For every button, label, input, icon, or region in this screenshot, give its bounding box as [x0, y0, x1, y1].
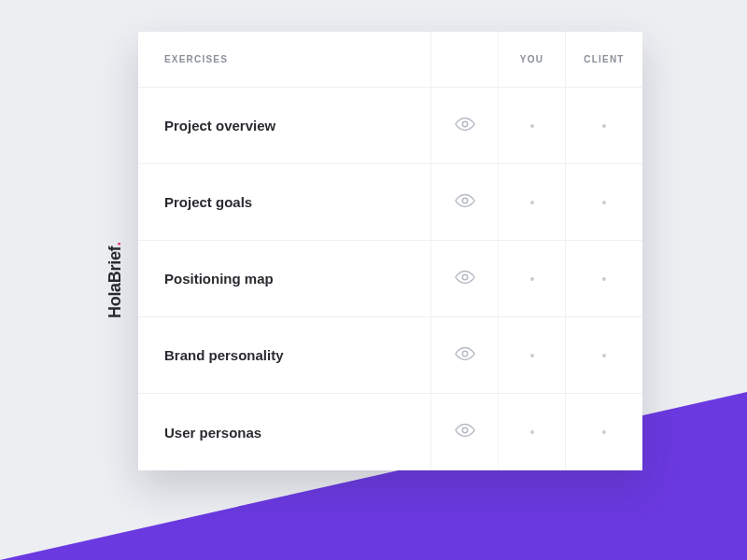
status-dot [530, 354, 534, 357]
eye-icon [455, 190, 475, 215]
table-row[interactable]: User personas [138, 394, 642, 470]
header-visibility [431, 32, 499, 87]
exercise-name: Positioning map [138, 241, 431, 316]
client-status[interactable] [566, 394, 642, 470]
you-status[interactable] [499, 88, 566, 163]
eye-icon [455, 420, 475, 444]
client-status[interactable] [566, 317, 642, 393]
visibility-toggle[interactable] [431, 164, 499, 240]
exercise-name: Brand personality [138, 317, 431, 393]
table-row[interactable]: Positioning map [138, 241, 642, 317]
logo-dot: . [106, 242, 124, 246]
visibility-toggle[interactable] [431, 88, 499, 163]
visibility-toggle[interactable] [431, 241, 499, 316]
svg-point-1 [462, 198, 468, 203]
status-dot [602, 277, 606, 281]
status-dot [602, 354, 606, 357]
status-dot [530, 124, 534, 128]
eye-icon [455, 114, 475, 138]
you-status[interactable] [499, 241, 566, 316]
visibility-toggle[interactable] [431, 394, 499, 470]
exercise-name: User personas [138, 394, 431, 470]
status-dot [602, 430, 606, 434]
you-status[interactable] [499, 164, 566, 240]
table-row[interactable]: Brand personality [138, 317, 642, 394]
status-dot [530, 430, 534, 434]
table-row[interactable]: Project goals [138, 164, 642, 241]
table-row[interactable]: Project overview [138, 88, 642, 164]
client-status[interactable] [566, 164, 642, 240]
visibility-toggle[interactable] [431, 317, 499, 393]
status-dot [530, 201, 534, 204]
client-status[interactable] [566, 241, 642, 316]
exercises-table: EXERCISES YOU CLIENT Project overview Pr… [138, 32, 642, 470]
logo-text: HolaBrief [106, 246, 124, 318]
client-status[interactable] [566, 88, 642, 163]
svg-point-2 [462, 274, 468, 280]
header-exercises: EXERCISES [138, 32, 431, 87]
status-dot [530, 277, 534, 281]
header-client: CLIENT [566, 32, 642, 87]
exercise-name: Project overview [138, 88, 431, 163]
eye-icon [455, 267, 475, 291]
svg-point-3 [462, 351, 468, 357]
svg-point-0 [462, 121, 468, 127]
status-dot [602, 124, 606, 128]
svg-point-4 [462, 427, 468, 433]
status-dot [602, 201, 606, 204]
eye-icon [455, 343, 475, 368]
exercise-name: Project goals [138, 164, 431, 240]
logo: HolaBrief. [106, 242, 125, 318]
header-you: YOU [499, 32, 566, 87]
you-status[interactable] [499, 317, 566, 393]
you-status[interactable] [499, 394, 566, 470]
table-header-row: EXERCISES YOU CLIENT [138, 32, 642, 88]
